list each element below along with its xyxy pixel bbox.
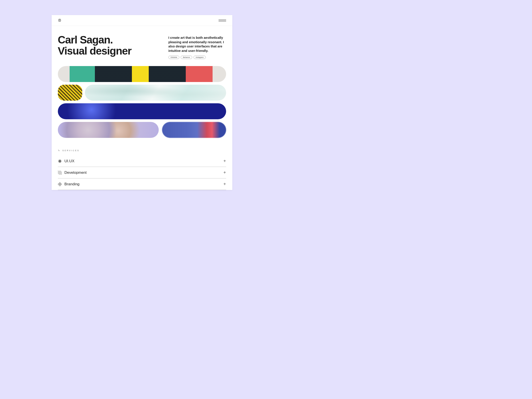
atom-icon — [58, 159, 62, 163]
social-instagram[interactable]: Instagram — [194, 56, 206, 59]
gallery — [52, 64, 232, 140]
plus-icon: + — [223, 170, 226, 175]
service-title: Branding — [64, 182, 80, 186]
hero: Carl Sagan. Visual designer I create art… — [52, 26, 232, 64]
services-heading-text: SERVICES — [63, 149, 80, 152]
portfolio-page: Carl Sagan. Visual designer I create art… — [52, 15, 232, 190]
services-list: UI.UX + Development + — [52, 155, 232, 190]
hero-description: I create art that is both aesthetically … — [168, 36, 226, 53]
svg-point-11 — [59, 185, 61, 186]
texture-icon — [58, 171, 62, 175]
artwork-tile-1[interactable] — [58, 66, 226, 82]
plus-icon: + — [223, 158, 226, 164]
plus-icon: + — [223, 182, 226, 187]
svg-point-10 — [59, 183, 61, 184]
svg-point-13 — [60, 184, 62, 185]
logo-icon[interactable] — [58, 19, 61, 22]
hero-right: I create art that is both aesthetically … — [168, 34, 226, 59]
page-title: Carl Sagan. Visual designer — [58, 34, 160, 59]
service-branding[interactable]: Branding + — [58, 178, 226, 190]
arrow-icon: ↳ — [58, 149, 61, 152]
menu-icon[interactable] — [219, 19, 226, 21]
social-links: Dribbble Behance Instagram — [168, 56, 226, 59]
artwork-tile-4[interactable] — [58, 103, 226, 119]
artwork-tile-6[interactable] — [162, 122, 226, 138]
artwork-tile-5[interactable] — [58, 122, 159, 138]
social-dribbble[interactable]: Dribbble — [168, 56, 180, 59]
svg-line-6 — [58, 171, 62, 175]
social-behance[interactable]: Behance — [181, 56, 192, 59]
artwork-tile-2[interactable] — [58, 85, 82, 101]
services-heading: ↳ SERVICES — [52, 140, 232, 155]
service-title: Development — [64, 171, 87, 175]
service-development[interactable]: Development + — [58, 167, 226, 178]
service-uiux[interactable]: UI.UX + — [58, 155, 226, 167]
flower-icon — [58, 182, 62, 186]
svg-point-4 — [59, 161, 60, 161]
service-title: UI.UX — [64, 159, 75, 163]
artwork-tile-3[interactable] — [85, 85, 226, 101]
topbar — [52, 15, 232, 26]
svg-point-12 — [58, 184, 59, 185]
